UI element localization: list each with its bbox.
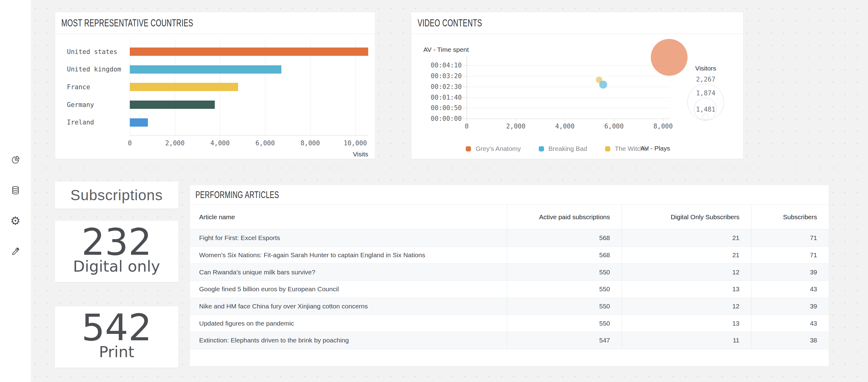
table-cell: Women's Six Nations: Fit-again Sarah Hun… (190, 251, 507, 259)
table-cell: 39 (751, 303, 829, 310)
table-cell: 550 (507, 285, 622, 293)
bar-united-states[interactable] (130, 47, 368, 56)
bar-category-label: Germany (67, 101, 94, 109)
legend-item-grey-s-anatomy[interactable]: Grey's Anatomy (466, 145, 521, 152)
visitors-size-legend-circle (702, 114, 709, 120)
bubble-chart-x-tick: 4,000 (555, 123, 575, 130)
legend-swatch-icon (539, 146, 544, 151)
table-cell: 39 (751, 269, 829, 276)
pie-chart-icon[interactable] (9, 154, 21, 166)
visitors-size-legend-value: 1,481 (696, 106, 715, 113)
bubble-chart-y-axis (467, 56, 467, 119)
bar-chart-baseline (130, 135, 368, 136)
bubble-chart-gridline (467, 65, 670, 66)
bar-category-label: France (67, 83, 90, 91)
digital-only-kpi-value: 232 (81, 228, 152, 257)
articles-table: Article nameActive paid subscriptionsDig… (190, 205, 829, 349)
legend-swatch-icon (605, 146, 610, 151)
visitors-size-legend-value: 1,874 (696, 90, 715, 97)
table-column-divider (751, 205, 751, 349)
eyedropper-icon[interactable] (9, 245, 21, 257)
table-cell: 568 (507, 251, 622, 259)
bar-chart-x-tick: 2,000 (165, 139, 184, 147)
table-cell: 550 (507, 269, 622, 276)
bubble-chart-x-tick: 0 (465, 123, 469, 130)
legend-item-label: Grey's Anatomy (475, 145, 521, 152)
bubble-chart-x-tickmark (565, 119, 565, 121)
bar-france[interactable] (130, 83, 238, 91)
table-row[interactable]: Google fined 5 billion euros by European… (190, 281, 829, 298)
bubble-chart-y-tick: 00:01:40 (422, 94, 462, 101)
bubble-chart-x-tickmark (614, 119, 614, 121)
bubble-chart-y-tickmark (463, 108, 467, 108)
articles-panel: PERFORMING ARTICLES Article nameActive p… (190, 185, 829, 367)
bar-chart-x-axis-title: Visits (328, 150, 368, 158)
table-header-1: Active paid subscriptions (507, 213, 622, 221)
table-row[interactable]: Women's Six Nations: Fit-again Sarah Hun… (190, 247, 829, 264)
bar-chart-x-tick: 6,000 (255, 139, 275, 147)
video-panel-title: VIDEO CONTENTS (417, 17, 482, 29)
legend-item-label: Breaking Bad (549, 145, 587, 152)
bubble-chart-gridline (467, 108, 670, 108)
table-row[interactable]: Extinction: Elephants driven to the brin… (190, 332, 829, 349)
table-row[interactable]: Nike and HM face China fury over Xinjian… (190, 298, 829, 315)
bar-category-label: United states (67, 47, 117, 56)
table-cell: 71 (751, 234, 829, 242)
articles-panel-header: PERFORMING ARTICLES (190, 185, 829, 205)
table-cell: Google fined 5 billion euros by European… (190, 285, 507, 293)
bar-germany[interactable] (130, 101, 215, 109)
bubble-chart-gridline (467, 87, 670, 87)
table-row[interactable]: Can Rwanda's unique milk bars survive?55… (190, 264, 829, 281)
subscriptions-card: Subscriptions (55, 181, 178, 208)
bubble-chart-y-tick: 00:04:10 (422, 62, 462, 69)
sidebar: ⚙ (0, 0, 31, 382)
table-cell: 71 (751, 251, 829, 259)
database-icon[interactable] (9, 184, 21, 196)
countries-panel: MOST REPRESENTATIVE COUNTRIES United sta… (55, 12, 375, 159)
table-cell: 547 (507, 337, 622, 344)
bubble-chart-y-tick: 00:00:00 (422, 115, 462, 122)
dashboard-page: ⚙ MOST REPRESENTATIVE COUNTRIES United s… (0, 0, 868, 382)
settings-gear-icon[interactable]: ⚙ (9, 215, 21, 227)
print-kpi-value: 542 (81, 313, 152, 342)
bubble-chart-x-tick: 8,000 (653, 123, 673, 130)
table-cell: 13 (622, 320, 751, 327)
articles-table-header-row: Article nameActive paid subscriptionsDig… (190, 205, 829, 230)
table-cell: 550 (507, 303, 622, 310)
bubble-chart-x-tick: 2,000 (506, 123, 525, 130)
bar-united-kingdom[interactable] (130, 65, 281, 74)
table-cell: Nike and HM face China fury over Xinjian… (190, 303, 507, 310)
video-panel: VIDEO CONTENTS AV - Time spent 00:04:100… (411, 12, 743, 159)
bubble-chart-gridline (467, 98, 670, 98)
legend-item-breaking-bad[interactable]: Breaking Bad (539, 145, 587, 152)
bar-category-label: United kingdom (67, 65, 121, 74)
countries-panel-title: MOST REPRESENTATIVE COUNTRIES (61, 17, 193, 29)
table-cell: 38 (751, 337, 829, 344)
bar-chart-x-tick: 0 (128, 139, 132, 147)
table-cell: 11 (622, 337, 751, 344)
bubble-chart-gridline (467, 76, 670, 76)
bubble-chart-x-tickmark (663, 119, 663, 121)
articles-panel-title: PERFORMING ARTICLES (195, 189, 279, 201)
bar-chart-x-tick: 4,000 (210, 139, 229, 147)
bubble-chart-y-tick: 00:03:20 (422, 72, 462, 80)
bubble-breaking-bad[interactable] (599, 81, 607, 89)
table-row[interactable]: Updated figures on the pandemic5501343 (190, 315, 829, 332)
legend-item-label: The Witcher (615, 145, 650, 152)
countries-panel-header: MOST REPRESENTATIVE COUNTRIES (55, 12, 375, 34)
table-cell: Extinction: Elephants driven to the brin… (190, 337, 507, 344)
table-cell: 21 (622, 251, 751, 259)
legend-item-the-witcher[interactable]: The Witcher (605, 145, 650, 152)
bar-ireland[interactable] (130, 118, 148, 127)
table-cell: Fight for First: Excel Esports (190, 234, 507, 242)
bar-category-label: Ireland (67, 118, 94, 127)
bubble-chart-legend: Grey's AnatomyBreaking BadThe Witcher (466, 145, 650, 152)
bubble-chart-x-tickmark (467, 119, 467, 121)
table-header-3: Subscribers (751, 213, 829, 221)
video-panel-header: VIDEO CONTENTS (411, 12, 743, 34)
bubble-chart-y-tickmark (463, 87, 467, 87)
table-cell: 12 (622, 269, 751, 276)
bubble-grey-s-anatomy[interactable] (651, 39, 688, 76)
bubble-chart-y-tick: 00:00:50 (422, 104, 462, 112)
table-row[interactable]: Fight for First: Excel Esports5682171 (190, 230, 829, 247)
